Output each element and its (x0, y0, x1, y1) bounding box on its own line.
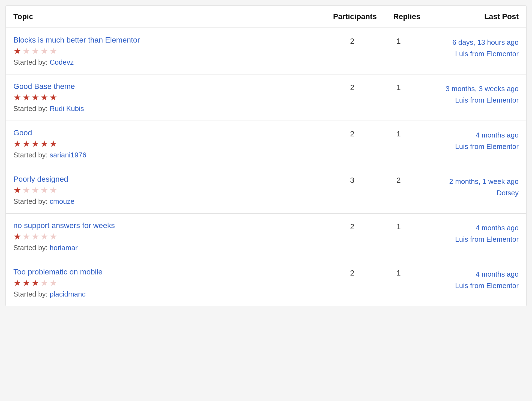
table-row: Good ★★★★★ Started by: sariani1976 2 1 4… (6, 121, 526, 167)
topic-cell: Too problematic on mobile ★★★★★ Started … (13, 268, 328, 298)
empty-star-icon: ★ (49, 279, 57, 287)
last-post-user-link[interactable]: Luis from Elementor (455, 235, 519, 243)
filled-star-icon: ★ (13, 279, 21, 287)
filled-star-icon: ★ (40, 93, 48, 102)
filled-star-icon: ★ (49, 139, 57, 148)
filled-star-icon: ★ (31, 93, 39, 102)
last-post-cell: 4 months ago Luis from Elementor (420, 128, 519, 152)
filled-star-icon: ★ (31, 139, 39, 148)
started-by-label: Started by: (13, 290, 48, 298)
started-by: Started by: Rudi Kubis (13, 104, 322, 113)
started-by-label: Started by: (13, 58, 48, 66)
started-by-user-link[interactable]: Codevz (50, 58, 74, 66)
participants-count: 2 (328, 36, 377, 46)
star-rating: ★★★★★ (13, 186, 322, 194)
star-rating: ★★★★★ (13, 93, 322, 102)
table-row: Blocks is much better than Elementor ★★★… (6, 28, 526, 74)
started-by-label: Started by: (13, 197, 48, 205)
filled-star-icon: ★ (13, 139, 21, 148)
empty-star-icon: ★ (49, 232, 57, 241)
last-post-time: 4 months ago (476, 270, 519, 278)
topic-cell: Good ★★★★★ Started by: sariani1976 (13, 128, 328, 159)
last-post-user-link[interactable]: Luis from Elementor (455, 50, 519, 58)
header-last-post: Last Post (420, 12, 519, 21)
started-by-label: Started by: (13, 151, 48, 159)
replies-count: 1 (377, 221, 420, 231)
table-row: Good Base theme ★★★★★ Started by: Rudi K… (6, 74, 526, 121)
filled-star-icon: ★ (13, 93, 21, 102)
last-post-time: 6 days, 13 hours ago (452, 38, 519, 46)
empty-star-icon: ★ (49, 186, 57, 194)
last-post-user-link[interactable]: Luis from Elementor (455, 282, 519, 290)
topic-title-link[interactable]: Too problematic on mobile (13, 268, 322, 276)
last-post-cell: 6 days, 13 hours ago Luis from Elementor (420, 36, 519, 59)
filled-star-icon: ★ (13, 232, 21, 241)
filled-star-icon: ★ (31, 279, 39, 287)
topic-title-link[interactable]: no support answers for weeks (13, 221, 322, 230)
empty-star-icon: ★ (31, 186, 39, 194)
last-post-time: 3 months, 3 weeks ago (446, 85, 519, 93)
started-by-user-link[interactable]: horiamar (50, 244, 78, 252)
topic-title-link[interactable]: Blocks is much better than Elementor (13, 36, 322, 44)
last-post-user-link[interactable]: Luis from Elementor (455, 142, 519, 151)
last-post-cell: 2 months, 1 week ago Dotsey (420, 175, 519, 199)
started-by-user-link[interactable]: sariani1976 (50, 151, 86, 159)
empty-star-icon: ★ (40, 232, 48, 241)
last-post-cell: 4 months ago Luis from Elementor (420, 221, 519, 245)
last-post-time: 2 months, 1 week ago (449, 177, 519, 185)
started-by-label: Started by: (13, 244, 48, 252)
empty-star-icon: ★ (40, 186, 48, 194)
filled-star-icon: ★ (22, 93, 30, 102)
started-by-user-link[interactable]: placidmanc (50, 290, 86, 298)
started-by: Started by: horiamar (13, 244, 322, 252)
started-by-user-link[interactable]: cmouze (50, 197, 74, 205)
table-row: Poorly designed ★★★★★ Started by: cmouze… (6, 167, 526, 214)
empty-star-icon: ★ (49, 47, 57, 55)
table-body: Blocks is much better than Elementor ★★★… (6, 28, 526, 306)
empty-star-icon: ★ (22, 47, 30, 55)
table-row: no support answers for weeks ★★★★★ Start… (6, 214, 526, 260)
filled-star-icon: ★ (13, 186, 21, 194)
filled-star-icon: ★ (22, 139, 30, 148)
empty-star-icon: ★ (40, 279, 48, 287)
header-replies: Replies (377, 12, 420, 21)
topic-title-link[interactable]: Good (13, 128, 322, 137)
table-header: Topic Participants Replies Last Post (6, 6, 526, 28)
last-post-cell: 3 months, 3 weeks ago Luis from Elemento… (420, 82, 519, 106)
topics-table: Topic Participants Replies Last Post Blo… (5, 5, 527, 306)
topic-cell: Good Base theme ★★★★★ Started by: Rudi K… (13, 82, 328, 113)
filled-star-icon: ★ (40, 139, 48, 148)
started-by: Started by: cmouze (13, 197, 322, 206)
replies-count: 1 (377, 82, 420, 92)
started-by-user-link[interactable]: Rudi Kubis (50, 104, 84, 113)
participants-count: 2 (328, 221, 377, 231)
empty-star-icon: ★ (22, 186, 30, 194)
last-post-user-link[interactable]: Dotsey (497, 189, 519, 197)
started-by: Started by: Codevz (13, 58, 322, 67)
topic-cell: no support answers for weeks ★★★★★ Start… (13, 221, 328, 252)
started-by: Started by: sariani1976 (13, 151, 322, 159)
last-post-cell: 4 months ago Luis from Elementor (420, 268, 519, 291)
filled-star-icon: ★ (13, 47, 21, 55)
participants-count: 2 (328, 268, 377, 277)
star-rating: ★★★★★ (13, 139, 322, 148)
topic-title-link[interactable]: Poorly designed (13, 175, 322, 184)
star-rating: ★★★★★ (13, 232, 322, 241)
replies-count: 1 (377, 36, 420, 46)
topic-title-link[interactable]: Good Base theme (13, 82, 322, 91)
empty-star-icon: ★ (22, 232, 30, 241)
last-post-time: 4 months ago (476, 224, 519, 232)
filled-star-icon: ★ (49, 93, 57, 102)
empty-star-icon: ★ (31, 47, 39, 55)
started-by: Started by: placidmanc (13, 290, 322, 298)
started-by-label: Started by: (13, 104, 48, 113)
topic-cell: Poorly designed ★★★★★ Started by: cmouze (13, 175, 328, 206)
participants-count: 3 (328, 175, 377, 185)
participants-count: 2 (328, 128, 377, 138)
topic-cell: Blocks is much better than Elementor ★★★… (13, 36, 328, 67)
last-post-user-link[interactable]: Luis from Elementor (455, 96, 519, 104)
star-rating: ★★★★★ (13, 47, 322, 55)
filled-star-icon: ★ (22, 279, 30, 287)
last-post-time: 4 months ago (476, 131, 519, 139)
replies-count: 1 (377, 128, 420, 138)
